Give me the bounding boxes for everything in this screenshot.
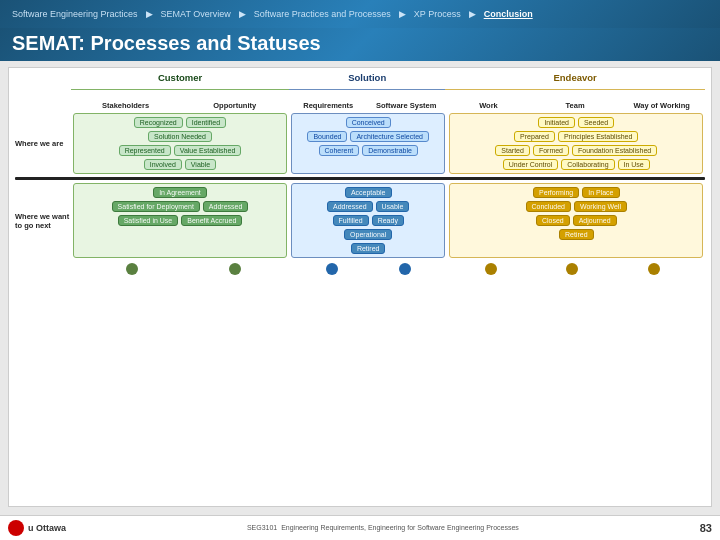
status-satisfied-deployment: Satisfied for Deployment (112, 201, 200, 212)
status-collaborating: Collaborating (561, 159, 614, 170)
customer-header: Customer (71, 72, 289, 90)
status-prepared: Prepared (514, 131, 555, 142)
nav-item-3[interactable]: Software Practices and Processes (250, 7, 395, 21)
status-ready: Ready (372, 215, 404, 226)
row-label-where-we-are: Where we are (15, 112, 71, 175)
status-addressed: Addressed (203, 201, 248, 212)
status-closed: Closed (536, 215, 570, 226)
status-demonstrable: Demonstrable (362, 145, 418, 156)
status-represented: Represented (119, 145, 171, 156)
status-in-place: In Place (582, 187, 619, 198)
status-involved: Involved (144, 159, 182, 170)
status-solution-needed: Solution Needed (148, 131, 212, 142)
nav-item-2[interactable]: SEMAT Overview (157, 7, 235, 21)
endeavor-section-bottom: Performing In Place Concluded Working We… (449, 183, 703, 258)
status-viable: Viable (185, 159, 216, 170)
customer-section-top: Recognized Identified Solution Needed Re… (73, 113, 287, 174)
status-architecture-selected: Architecture Selected (350, 131, 429, 142)
endeavor-header: Endeavor (445, 72, 705, 90)
status-seeded: Seeded (578, 117, 614, 128)
customer-section-bottom: In Agreement Satisfied for Deployment Ad… (73, 183, 287, 258)
status-formed: Formed (533, 145, 569, 156)
status-started: Started (495, 145, 530, 156)
status-satisfied-use: Satisfied in Use (118, 215, 179, 226)
status-addressed2: Addressed (327, 201, 372, 212)
status-in-use: In Use (618, 159, 650, 170)
nav-item-1[interactable]: Software Engineering Practices (8, 7, 142, 21)
sub-col-team: Team (532, 101, 619, 110)
diagram: Customer Solution Endeavor Stakeholders … (8, 67, 712, 507)
status-performing: Performing (533, 187, 579, 198)
status-adjourned: Adjourned (573, 215, 617, 226)
status-working-well: Working Well (574, 201, 627, 212)
sub-header-row: Stakeholders Opportunity Requirements So… (15, 90, 705, 112)
main-content: Customer Solution Endeavor Stakeholders … (0, 61, 720, 515)
status-principles-established: Principles Established (558, 131, 638, 142)
status-value-established: Value Established (174, 145, 242, 156)
diagram-inner: Customer Solution Endeavor Stakeholders … (9, 68, 711, 506)
endeavor-section-top: Initiated Seeded Prepared Principles Est… (449, 113, 703, 174)
top-navigation: Software Engineering Practices ▶ SEMAT O… (0, 0, 720, 28)
footer-text: SEG3101 Engineering Requirements, Engine… (247, 524, 519, 531)
bottom-bar: u Ottawa SEG3101 Engineering Requirement… (0, 515, 720, 539)
status-initiated: Initiated (538, 117, 575, 128)
sub-col-requirements: Requirements (289, 101, 367, 110)
logo: u Ottawa (8, 520, 66, 536)
page-number: 83 (700, 522, 712, 534)
sub-col-stakeholders: Stakeholders (71, 101, 180, 110)
status-foundation-established: Foundation Established (572, 145, 657, 156)
page-title: SEMAT: Processes and Statuses (0, 28, 720, 61)
nav-sep-3: ▶ (399, 9, 406, 19)
status-acceptable: Acceptable (345, 187, 392, 198)
nav-sep-1: ▶ (146, 9, 153, 19)
status-under-control: Under Control (503, 159, 559, 170)
circle-indicators (15, 261, 705, 277)
status-coherent: Coherent (319, 145, 360, 156)
sub-col-wow: Way of Working (618, 101, 705, 110)
status-in-agreement: In Agreement (153, 187, 207, 198)
nav-sep-4: ▶ (469, 9, 476, 19)
row-top: Where we are Recognized Identified Solut… (15, 112, 705, 175)
status-recognized: Recognized (134, 117, 183, 128)
section-divider (15, 177, 705, 180)
solution-header: Solution (289, 72, 445, 90)
status-conceived: Conceived (346, 117, 391, 128)
logo-text: u Ottawa (28, 523, 66, 533)
status-benefit-accrued: Benefit Accrued (181, 215, 242, 226)
nav-item-4[interactable]: XP Process (410, 7, 465, 21)
nav-item-5[interactable]: Conclusion (480, 7, 537, 21)
solution-section-bottom: Acceptable Addressed Usable Fulfilled Re… (291, 183, 446, 258)
sub-col-software: Software System (367, 101, 445, 110)
sub-col-work: Work (445, 101, 532, 110)
status-operational: Operational (344, 229, 392, 240)
status-bounded: Bounded (307, 131, 347, 142)
status-retired-end: Retired (559, 229, 594, 240)
col-header-row: Customer Solution Endeavor (15, 72, 705, 90)
solution-section-top: Conceived Bounded Architecture Selected … (291, 113, 446, 174)
sub-col-opportunity: Opportunity (180, 101, 289, 110)
status-retired-sol: Retired (351, 243, 386, 254)
status-usable: Usable (376, 201, 410, 212)
logo-circle (8, 520, 24, 536)
row-label-where-want: Where we want to go next (15, 182, 71, 259)
status-fulfilled: Fulfilled (333, 215, 369, 226)
nav-sep-2: ▶ (239, 9, 246, 19)
status-identified: Identified (186, 117, 226, 128)
row-bottom: Where we want to go next In Agreement Sa… (15, 182, 705, 259)
status-concluded: Concluded (526, 201, 571, 212)
